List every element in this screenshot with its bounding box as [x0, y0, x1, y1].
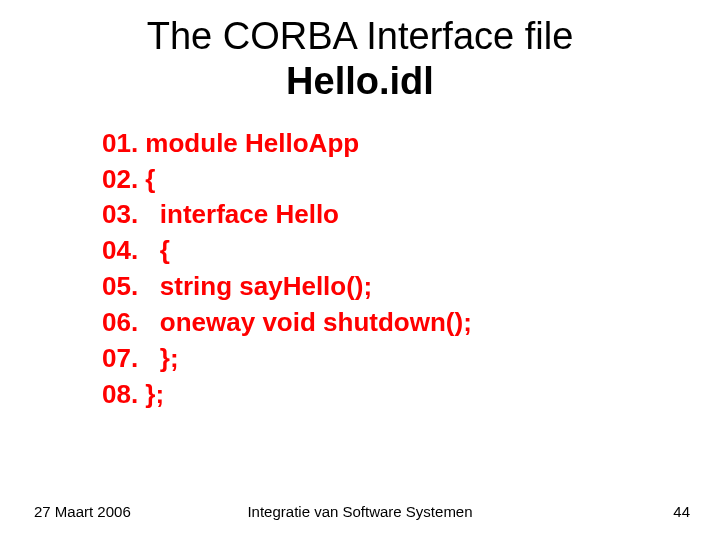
- title-line-1: The CORBA Interface file: [0, 14, 720, 59]
- code-line: 05. string sayHello();: [102, 269, 720, 305]
- code-line: 06. oneway void shutdown();: [102, 305, 720, 341]
- code-line: 07. };: [102, 341, 720, 377]
- code-line: 08. };: [102, 377, 720, 413]
- code-block: 01. module HelloApp 02. { 03. interface …: [102, 126, 720, 413]
- code-line: 04. {: [102, 233, 720, 269]
- slide-title: The CORBA Interface file Hello.idl: [0, 0, 720, 104]
- code-line: 02. {: [102, 162, 720, 198]
- slide: The CORBA Interface file Hello.idl 01. m…: [0, 0, 720, 540]
- footer-center: Integratie van Software Systemen: [0, 503, 720, 520]
- title-line-2: Hello.idl: [0, 59, 720, 104]
- code-line: 01. module HelloApp: [102, 126, 720, 162]
- footer-page-number: 44: [673, 503, 690, 520]
- code-line: 03. interface Hello: [102, 197, 720, 233]
